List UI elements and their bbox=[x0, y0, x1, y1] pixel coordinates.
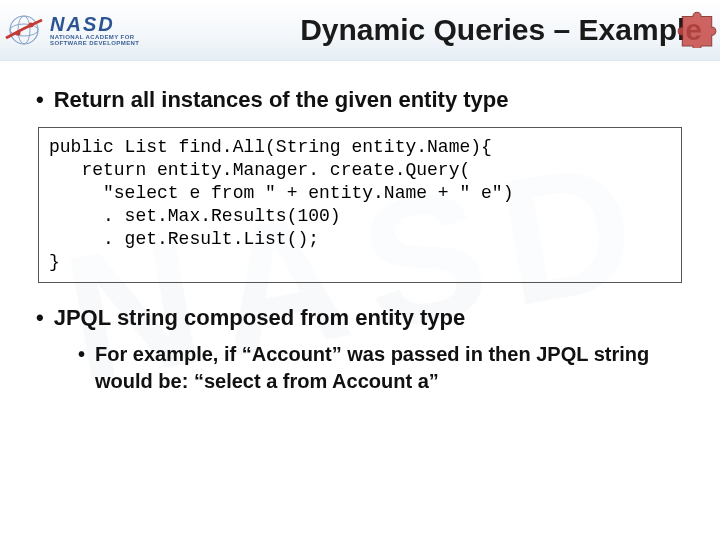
bullet-2-text: JPQL string composed from entity type bbox=[54, 305, 466, 331]
slide-content: Return all instances of the given entity… bbox=[0, 61, 720, 395]
slide-title: Dynamic Queries – Example bbox=[139, 13, 702, 47]
bullet-1: Return all instances of the given entity… bbox=[36, 87, 686, 113]
bullet-1-text: Return all instances of the given entity… bbox=[54, 87, 509, 113]
logo-sub: NATIONAL ACADEMY FOR SOFTWARE DEVELOPMEN… bbox=[50, 34, 139, 46]
svg-point-4 bbox=[29, 23, 34, 28]
sub-bullet-text: For example, if “Account” was passed in … bbox=[95, 341, 686, 395]
bullet-2: JPQL string composed from entity type bbox=[36, 305, 686, 331]
logo-main: NASD bbox=[50, 14, 139, 34]
globe-icon bbox=[4, 10, 44, 50]
slide-header: NASD NATIONAL ACADEMY FOR SOFTWARE DEVEL… bbox=[0, 0, 720, 61]
code-block: public List find.All(String entity.Name)… bbox=[38, 127, 682, 283]
logo: NASD NATIONAL ACADEMY FOR SOFTWARE DEVEL… bbox=[4, 10, 139, 50]
sub-bullet: For example, if “Account” was passed in … bbox=[78, 341, 686, 395]
puzzle-icon bbox=[676, 6, 718, 48]
svg-point-3 bbox=[16, 31, 21, 36]
logo-text: NASD NATIONAL ACADEMY FOR SOFTWARE DEVEL… bbox=[50, 14, 139, 46]
